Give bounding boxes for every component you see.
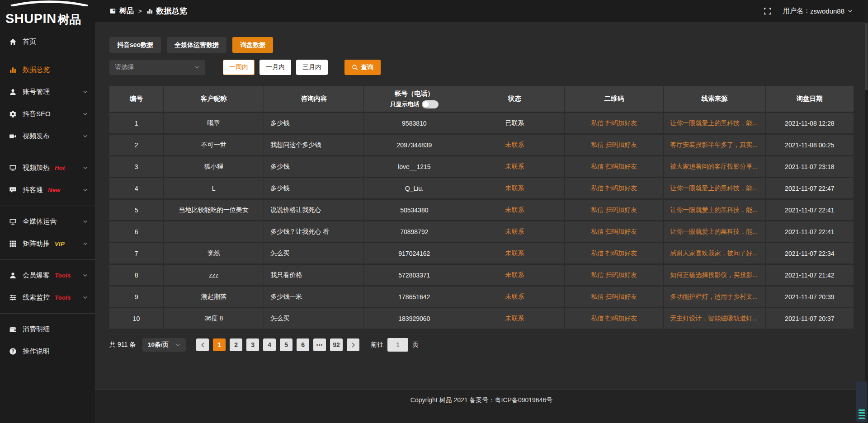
cell-id: 9: [109, 287, 164, 308]
cell-qr-link[interactable]: 私信 扫码加好友: [565, 135, 664, 156]
prev-page-button[interactable]: [196, 338, 209, 351]
question-icon: ?: [9, 348, 17, 355]
sliders-icon: [9, 294, 17, 301]
breadcrumb-item-current[interactable]: 数据总览: [146, 6, 187, 16]
app-icon: [109, 8, 116, 14]
sidebar-item-clue-monitor[interactable]: 线索监控Tools: [0, 287, 95, 309]
page-button-4[interactable]: 4: [263, 338, 276, 351]
cell-account: Q_Liu.: [364, 178, 465, 200]
cell-date: 2021-11-07 22:41: [766, 200, 854, 221]
cell-account: 917024162: [364, 243, 465, 265]
cell-source-link[interactable]: 无主灯设计，智能磁吸轨道灯...: [664, 308, 766, 330]
sidebar-item-consumption-detail[interactable]: 消费明细: [0, 318, 95, 340]
sidebar-item-label: 操作说明: [23, 347, 50, 356]
next-page-button[interactable]: [347, 338, 359, 351]
cell-status: 已联系: [465, 113, 565, 135]
svg-text:?: ?: [11, 349, 14, 354]
floating-widget[interactable]: [856, 381, 867, 422]
sidebar-item-operation-guide[interactable]: ?操作说明: [0, 340, 95, 362]
home-icon: [9, 38, 17, 46]
cell-qr-link[interactable]: 私信 扫码加好友: [565, 308, 664, 330]
tab-inquiry-data[interactable]: 询盘数据: [232, 37, 273, 53]
cell-qr-link[interactable]: 私信 扫码加好友: [565, 113, 664, 135]
period-button-three-months[interactable]: 三月内: [296, 60, 328, 75]
period-button-one-month[interactable]: 一月内: [259, 60, 291, 75]
table-header: 编号客户昵称咨询内容帐号（电话）只显示电话状态二维码线索来源询盘日期: [109, 86, 854, 113]
sidebar-item-home[interactable]: 首页: [0, 31, 95, 53]
cell-qr-link[interactable]: 私信 扫码加好友: [565, 221, 664, 243]
cell-qr-link[interactable]: 私信 扫码加好友: [565, 243, 664, 265]
sidebar-item-douketong[interactable]: 抖客通New: [0, 179, 95, 201]
cell-nickname: 狐小狸: [164, 156, 264, 178]
bar-chart-icon: [146, 8, 153, 14]
breadcrumb-item-root[interactable]: 树品: [109, 6, 134, 16]
scrollbar[interactable]: [865, 0, 868, 423]
sidebar-item-douyin-seo[interactable]: 抖音SEO: [0, 103, 95, 125]
cell-qr-link[interactable]: 私信 扫码加好友: [565, 178, 664, 200]
chevron-down-icon: [83, 112, 88, 117]
cell-qr-link[interactable]: 私信 扫码加好友: [565, 287, 664, 308]
sidebar-item-badge: New: [48, 187, 61, 193]
sidebar-item-member-baoke[interactable]: 会员爆客Tools: [0, 264, 95, 287]
cell-source-link[interactable]: 被大家追着问的客厅投影分享...: [664, 156, 766, 178]
sidebar-item-video-heat[interactable]: 视频加热Hot: [0, 157, 95, 179]
sidebar-item-account-management[interactable]: 账号管理: [0, 81, 95, 103]
tab-douyin-seo-data[interactable]: 抖音seo数据: [109, 37, 161, 53]
sidebar-item-matrix-boost[interactable]: 矩阵助推VIP: [0, 233, 95, 255]
table-row: 9潮起潮落多少钱一米178651642未联系私信 扫码加好友多功能护栏灯，适用于…: [109, 287, 854, 308]
cell-nickname: 36度 8: [164, 308, 264, 330]
cell-source-link[interactable]: 感谢大家喜欢我家，被问了好...: [664, 243, 766, 265]
cell-source-link[interactable]: 客厅安装投影半年多了，真实...: [664, 135, 766, 156]
page-button-5[interactable]: 5: [280, 338, 292, 351]
cell-source-link[interactable]: 让你一眼就爱上的黑科技，能...: [664, 113, 766, 135]
cell-id: 8: [109, 265, 164, 287]
chevron-down-icon: [83, 295, 88, 300]
column-header-2: 咨询内容: [264, 86, 364, 113]
cell-id: 6: [109, 221, 164, 243]
page-button-3[interactable]: 3: [246, 338, 259, 351]
chevron-down-icon: [83, 241, 88, 246]
sidebar-item-data-overview[interactable]: 数据总览: [0, 59, 95, 81]
cell-source-link[interactable]: 多功能护栏灯，适用于乡村文...: [664, 287, 766, 308]
cell-nickname: [164, 221, 264, 243]
goto-page-input[interactable]: [387, 338, 408, 352]
fullscreen-button[interactable]: [764, 7, 771, 15]
cell-content: 说说价格让我死心: [264, 200, 364, 221]
page-ellipsis-button[interactable]: •••: [313, 338, 326, 351]
query-button[interactable]: 查询: [344, 60, 381, 75]
period-buttons: 一周内一月内三月内: [223, 60, 328, 75]
user-menu[interactable]: 用户名：zswodun88: [783, 7, 853, 15]
filter-select[interactable]: 请选择: [109, 60, 205, 75]
cell-id: 10: [109, 308, 164, 330]
page-button-1[interactable]: 1: [213, 338, 226, 351]
goto-suffix: 页: [412, 341, 419, 349]
scrollbar-thumb[interactable]: [865, 23, 868, 90]
cell-source-link[interactable]: 让你一眼就爱上的黑科技，能...: [664, 178, 766, 200]
cell-source-link[interactable]: 让你一眼就爱上的黑科技，能...: [664, 221, 766, 243]
cell-id: 5: [109, 200, 164, 221]
cell-date: 2021-11-07 20:39: [766, 287, 854, 308]
cell-date: 2021-11-07 22:34: [766, 243, 854, 265]
goto-page: 前往 页: [371, 338, 419, 352]
cell-source-link[interactable]: 让你一眼就爱上的黑科技，能...: [664, 200, 766, 221]
sidebar-divider: [0, 259, 95, 260]
page-size-select[interactable]: 10条/页: [142, 338, 186, 352]
cell-qr-link[interactable]: 私信 扫码加好友: [565, 265, 664, 287]
cell-qr-link[interactable]: 私信 扫码加好友: [565, 200, 664, 221]
chevron-down-icon: [83, 89, 88, 94]
cell-qr-link[interactable]: 私信 扫码加好友: [565, 156, 664, 178]
search-icon: [352, 64, 358, 70]
cell-source-link[interactable]: 如何正确选择投影仪，买投影...: [664, 265, 766, 287]
sidebar-item-badge: VIP: [55, 240, 65, 247]
period-button-one-week[interactable]: 一周内: [223, 60, 255, 75]
page-button-6[interactable]: 6: [297, 338, 309, 351]
copyright-text: Copyright 树品 2021 备案号：粤ICP备09019646号: [410, 396, 552, 404]
page-button-92[interactable]: 92: [330, 338, 343, 351]
sidebar-item-video-publish[interactable]: 视频发布: [0, 125, 95, 147]
page-button-2[interactable]: 2: [230, 338, 242, 351]
tab-omni-media-data[interactable]: 全媒体运营数据: [167, 37, 226, 53]
phone-only-toggle[interactable]: [422, 100, 439, 108]
cell-account: 70898792: [364, 221, 465, 243]
sidebar-item-omni-media[interactable]: 全媒体运营: [0, 211, 95, 233]
cell-content: 多少钱: [264, 178, 364, 200]
